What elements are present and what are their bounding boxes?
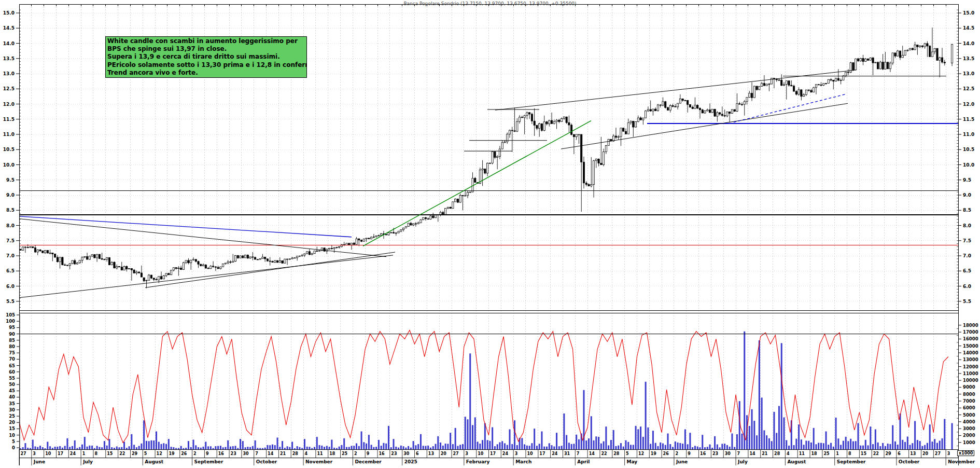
volume-bar	[815, 444, 817, 449]
candle-body	[625, 131, 626, 134]
volume-bar	[341, 445, 342, 449]
volume-bar	[620, 443, 622, 449]
volume-bar	[633, 445, 634, 449]
volume-bar	[427, 446, 429, 449]
oscillator-tick-label: 5	[12, 439, 15, 444]
candle-body	[59, 257, 61, 262]
week-tick-label: 30	[403, 451, 410, 456]
volume-bar	[588, 438, 590, 449]
candle-body	[69, 264, 71, 266]
volume-bar	[343, 438, 345, 449]
candle-body	[405, 227, 407, 228]
candle-body	[442, 212, 444, 214]
volume-tick-label: 15000	[963, 343, 978, 349]
candle-body	[257, 259, 258, 260]
price-tick-label: 13.0	[3, 71, 15, 76]
volume-bar	[640, 426, 641, 449]
volume-bar	[568, 443, 570, 449]
volume-bar	[472, 425, 473, 449]
candle-body	[808, 90, 809, 90]
candle-body	[761, 84, 763, 87]
candle-body	[128, 269, 130, 269]
volume-bar	[717, 445, 718, 449]
volume-bar	[536, 446, 538, 449]
candle-body	[633, 121, 634, 127]
week-tick-label: 10	[45, 451, 51, 456]
week-tick-label: 22	[119, 451, 125, 456]
candle-body	[872, 58, 874, 63]
candle-body	[561, 119, 562, 122]
chart-title: Banca Popolare Sondrio (13.7150, 13.9700…	[0, 1, 980, 6]
week-tick-label: 28	[774, 451, 780, 456]
volume-bar	[81, 445, 83, 449]
candle-body	[655, 109, 656, 111]
annotation-line: White candle con scambi in aumento legge…	[107, 37, 305, 45]
volume-bar	[129, 446, 130, 449]
volume-bar	[148, 441, 150, 449]
volume-bar	[872, 444, 874, 449]
candle-body	[138, 272, 140, 273]
week-tick-label: 11	[799, 451, 805, 456]
candle-body	[272, 261, 273, 263]
candle-body	[222, 264, 224, 267]
volume-bar	[385, 444, 387, 449]
candle-body	[578, 134, 580, 135]
candle-body	[709, 110, 710, 113]
month-label: June	[33, 459, 45, 464]
candle-body	[210, 266, 212, 269]
candle-body	[539, 123, 540, 128]
volume-bar	[165, 444, 167, 449]
candle-body	[645, 111, 647, 118]
volume-bar	[731, 433, 733, 449]
volume-bar	[383, 443, 384, 449]
volume-bar	[825, 431, 827, 449]
month-label: November	[948, 459, 975, 464]
oscillator-axis: 1051009590858075706560555045403530252015…	[6, 312, 20, 450]
volume-bar	[900, 414, 901, 449]
volume-bar	[242, 441, 244, 449]
month-label: June	[676, 459, 688, 464]
volume-bar	[573, 444, 575, 449]
volume-bar	[805, 441, 807, 449]
volume-bar	[704, 447, 706, 449]
month-label: September	[837, 459, 866, 464]
volume-bar	[417, 444, 419, 449]
volume-bar	[277, 437, 278, 449]
candle-body	[739, 104, 740, 104]
volume-bar	[54, 447, 56, 449]
week-tick-label: 23	[391, 451, 397, 456]
candle-body	[398, 231, 399, 233]
candle-body	[660, 105, 661, 105]
candle-body	[385, 235, 387, 235]
candle-body	[573, 134, 575, 136]
oscillator-tick-label: 105	[6, 312, 15, 318]
candle-body	[499, 149, 500, 157]
candle-body	[79, 260, 80, 263]
candle-body	[450, 207, 451, 209]
candle-body	[501, 143, 503, 149]
candle-body	[469, 192, 471, 192]
volume-bar	[879, 446, 881, 449]
candle-body	[86, 256, 88, 259]
volume-bar	[917, 440, 918, 449]
volume-bar	[235, 446, 236, 449]
candle-body	[484, 169, 486, 173]
volume-bar	[255, 441, 256, 449]
volume-bar	[813, 428, 815, 449]
oscillator-tick-label: 85	[9, 338, 15, 343]
week-tick-label: 24	[502, 451, 509, 456]
candle-body	[301, 255, 303, 256]
candle-body	[175, 268, 177, 269]
candle-body	[600, 163, 602, 165]
volume-bar	[116, 446, 118, 449]
volume-bar	[660, 443, 661, 449]
candle-body	[393, 232, 394, 233]
candle-body	[694, 105, 696, 109]
volume-bar	[267, 445, 268, 449]
volume-bar	[143, 420, 145, 449]
volume-bar	[771, 441, 773, 449]
oscillator-tick-label: 40	[9, 394, 15, 400]
candle-body	[47, 250, 48, 253]
volume-bar	[304, 439, 305, 449]
candle-body	[919, 46, 921, 47]
